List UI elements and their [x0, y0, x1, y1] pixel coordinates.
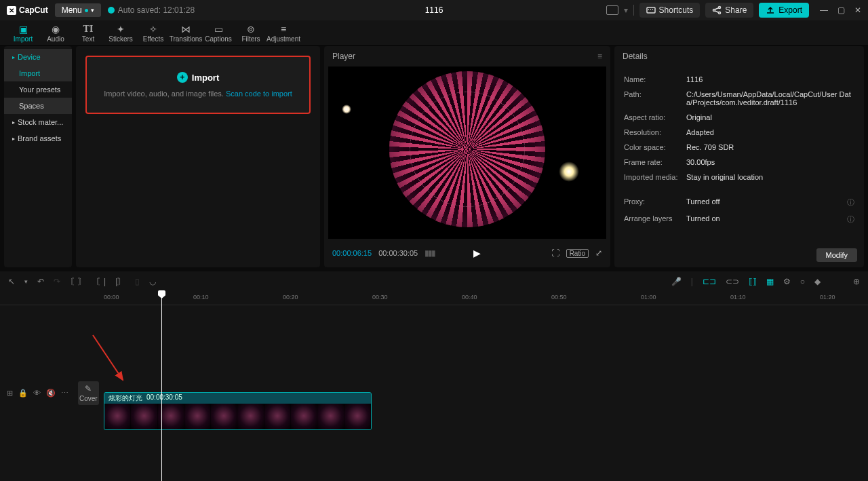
preview-icon[interactable]: ▦	[766, 277, 774, 286]
time-current: 00:00:06:15	[332, 249, 372, 257]
playhead[interactable]	[161, 292, 162, 481]
toggle-icon[interactable]: ⊞	[7, 389, 13, 398]
details-title: Details	[623, 52, 648, 61]
sidebar-item-spaces[interactable]: Spaces	[4, 98, 72, 114]
delete-icon[interactable]: ▯	[135, 277, 140, 286]
link-icon[interactable]: ⊂⊃	[726, 277, 739, 286]
minimize-icon[interactable]: —	[820, 5, 828, 15]
import-dropzone[interactable]: +Import Import video, audio, and image f…	[85, 56, 311, 114]
more-icon[interactable]: ⋯	[61, 389, 68, 398]
split-icon[interactable]: 〘〙	[70, 276, 86, 288]
tab-filters[interactable]: ⊚Filters	[235, 22, 267, 44]
timeline-ruler[interactable]: 00:00 00:10 00:20 00:30 00:40 00:50 01:0…	[0, 292, 868, 305]
plus-icon: +	[177, 72, 188, 83]
timeline[interactable]: 00:00 00:10 00:20 00:30 00:40 00:50 01:0…	[0, 292, 868, 481]
settings-icon[interactable]: ⚙	[783, 277, 791, 286]
tab-text[interactable]: TIText	[72, 22, 104, 44]
track-header: ⊞ 🔒 👁 🔇 ⋯ ✎ Cover	[0, 305, 75, 481]
timeline-toolbar: ↖ ▾ ↶ ↷ 〘〙 〘| |〙 ▯ ◡ 🎤 | ⊏⊐ ⊂⊃ ⟦⟧ ▦ ⚙ ○ …	[0, 271, 868, 292]
pencil-icon: ✎	[85, 384, 92, 393]
tag-icon[interactable]: ◆	[814, 277, 821, 286]
audio-icon: ◉	[52, 24, 60, 35]
sidebar-item-brand[interactable]: Brand assets	[4, 130, 72, 147]
time-duration: 00:00:30:05	[378, 249, 418, 257]
sidebar-item-stock[interactable]: Stock mater...	[4, 114, 72, 130]
tab-captions[interactable]: ▭Captions	[202, 22, 235, 44]
tab-adjustment[interactable]: ≡Adjustment	[267, 22, 300, 44]
snap-icon[interactable]: ⟦⟧	[749, 277, 757, 286]
maximize-icon[interactable]: ▢	[837, 5, 845, 15]
mute-icon[interactable]: 🔇	[46, 389, 56, 398]
titlebar: CapCut Menu Auto saved: 12:01:28 1116 ▾ …	[0, 0, 868, 20]
tab-transitions[interactable]: ⋈Transitions	[170, 22, 202, 44]
split-right-icon[interactable]: |〙	[115, 276, 125, 288]
tab-stickers[interactable]: ✦Stickers	[104, 22, 137, 44]
tab-effects[interactable]: ✧Effects	[137, 22, 170, 44]
info-icon[interactable]: ⓘ	[847, 214, 854, 225]
chevron-down-icon[interactable]: ▾	[24, 278, 28, 285]
annotation-arrow	[90, 332, 131, 387]
export-button[interactable]: Export	[759, 3, 809, 18]
transitions-icon: ⋈	[181, 24, 191, 35]
shortcuts-button[interactable]: Shortcuts	[639, 3, 701, 18]
lock-icon[interactable]: 🔒	[18, 389, 28, 398]
menu-button[interactable]: Menu	[55, 3, 101, 17]
sidebar-item-import[interactable]: Import	[4, 65, 72, 81]
sidebar-item-presets[interactable]: Your presets	[4, 81, 72, 98]
layout-icon[interactable]	[606, 5, 618, 15]
mic-icon[interactable]: 🎤	[671, 277, 682, 286]
svg-rect-0	[647, 7, 655, 13]
hamburger-icon[interactable]: ≡	[597, 52, 602, 61]
share-icon	[712, 5, 722, 15]
marker-icon[interactable]: ◡	[149, 277, 156, 286]
media-sidebar: Device Import Your presets Spaces Stock …	[4, 46, 72, 267]
magnet-icon[interactable]: ⊏⊐	[703, 277, 716, 286]
scale-icon[interactable]: ⛶	[551, 248, 559, 258]
fullscreen-icon[interactable]: ⤢	[595, 248, 602, 258]
svg-line-8	[715, 11, 719, 13]
details-panel: Details Name:1116 Path:C:/Users/Usman/Ap…	[614, 46, 864, 267]
undo-icon[interactable]: ↶	[37, 277, 44, 286]
autosave-status: Auto saved: 12:01:28	[108, 5, 195, 15]
filters-icon: ⊚	[247, 24, 255, 35]
timeline-clip[interactable]: 炫彩的灯光00:00:30:05	[104, 392, 372, 430]
app-logo: CapCut	[7, 5, 48, 15]
media-panel: +Import Import video, audio, and image f…	[76, 46, 320, 267]
modify-button[interactable]: Modify	[816, 248, 857, 262]
share-button[interactable]: Share	[705, 3, 753, 18]
split-left-icon[interactable]: 〘|	[96, 276, 106, 288]
scan-code-link[interactable]: Scan code to import	[226, 90, 292, 98]
redo-icon[interactable]: ↷	[54, 277, 60, 286]
svg-line-9	[93, 335, 123, 380]
project-title: 1116	[425, 5, 443, 15]
stickers-icon: ✦	[117, 24, 125, 35]
player-title: Player	[332, 52, 355, 61]
ratio-button[interactable]: Ratio	[566, 249, 589, 258]
sidebar-item-device[interactable]: Device	[4, 49, 72, 65]
levels-icon[interactable]: ▮▮▮	[425, 248, 435, 258]
info-icon[interactable]: ⓘ	[847, 197, 854, 208]
close-icon[interactable]: ✕	[854, 5, 861, 15]
cover-button[interactable]: ✎ Cover	[78, 381, 99, 405]
tab-audio[interactable]: ◉Audio	[39, 22, 72, 44]
circle-icon[interactable]: ○	[800, 277, 805, 286]
player-panel: Player≡ 00:00:06:15 00:00:30:05 ▮▮▮ ▶ ⛶ …	[324, 46, 610, 267]
tab-import[interactable]: ▣Import	[7, 22, 39, 44]
adjustment-icon: ≡	[281, 24, 286, 35]
effects-icon: ✧	[149, 24, 157, 35]
play-button[interactable]: ▶	[473, 248, 481, 258]
eye-icon[interactable]: 👁	[33, 389, 41, 398]
zoom-fit-icon[interactable]: ⊕	[853, 277, 860, 286]
import-icon: ▣	[19, 24, 28, 35]
text-icon: TI	[83, 24, 94, 35]
captions-icon: ▭	[214, 24, 223, 35]
tool-tabs: ▣Import ◉Audio TIText ✦Stickers ✧Effects…	[0, 20, 868, 46]
pointer-icon[interactable]: ↖	[8, 277, 15, 286]
svg-line-7	[715, 8, 719, 10]
export-icon	[766, 5, 775, 15]
keyboard-icon	[646, 5, 656, 15]
video-preview[interactable]	[328, 66, 606, 239]
